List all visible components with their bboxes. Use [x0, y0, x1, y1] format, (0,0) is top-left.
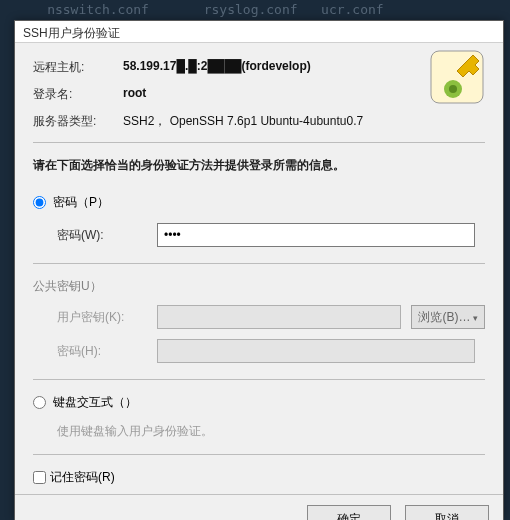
- background-terminal-text: nsswitch.conf rsyslog.conf ucr.conf: [0, 0, 510, 19]
- password-radio-label: 密码（P）: [53, 194, 109, 211]
- host-label: 远程主机:: [33, 59, 123, 76]
- password-radio[interactable]: [33, 196, 46, 209]
- passphrase-row: 密码(H):: [57, 339, 485, 363]
- password-radio-row[interactable]: 密码（P）: [33, 194, 485, 211]
- instruction-text: 请在下面选择恰当的身份验证方法并提供登录所需的信息。: [33, 157, 485, 174]
- login-label: 登录名:: [33, 86, 123, 103]
- server-type-label: 服务器类型:: [33, 113, 123, 130]
- ok-button[interactable]: 确定: [307, 505, 391, 520]
- divider-mid: [33, 263, 485, 264]
- userkey-input: [157, 305, 401, 329]
- password-input[interactable]: [157, 223, 475, 247]
- password-field-label: 密码(W):: [57, 227, 147, 244]
- password-field-row: 密码(W):: [57, 223, 485, 247]
- divider-bottom: [33, 454, 485, 455]
- remember-password-checkbox[interactable]: [33, 471, 46, 484]
- key-icon: [429, 49, 485, 105]
- dialog-content: 远程主机: 58.199.17█.█:2████(fordevelop) 登录名…: [15, 43, 503, 494]
- dialog-title: SSH用户身份验证: [15, 21, 503, 43]
- passphrase-input: [157, 339, 475, 363]
- keyboard-interactive-hint: 使用键盘输入用户身份验证。: [57, 423, 485, 440]
- remember-password-row[interactable]: 记住密码(R): [33, 469, 485, 486]
- keyboard-interactive-radio[interactable]: [33, 396, 46, 409]
- connection-info: 远程主机: 58.199.17█.█:2████(fordevelop) 登录名…: [33, 59, 485, 130]
- publickey-section-title: 公共密钥U）: [33, 278, 485, 295]
- divider-lower: [33, 379, 485, 380]
- passphrase-label: 密码(H):: [57, 343, 147, 360]
- cancel-button[interactable]: 取消: [405, 505, 489, 520]
- remember-password-label: 记住密码(R): [50, 469, 115, 486]
- userkey-label: 用户密钥(K):: [57, 309, 147, 326]
- divider-top: [33, 142, 485, 143]
- ssh-auth-dialog: SSH用户身份验证 远程主机: 58.199.17█.█:2████(forde…: [14, 20, 504, 520]
- browse-button: 浏览(B)…: [411, 305, 485, 329]
- keyboard-interactive-row[interactable]: 键盘交互式（）: [33, 394, 485, 411]
- server-type-value: SSH2， OpenSSH 7.6p1 Ubuntu-4ubuntu0.7: [123, 113, 485, 130]
- keyboard-interactive-label: 键盘交互式（）: [53, 394, 137, 411]
- userkey-row: 用户密钥(K): 浏览(B)…: [57, 305, 485, 329]
- button-bar: 确定 取消: [15, 494, 503, 520]
- svg-point-2: [449, 85, 457, 93]
